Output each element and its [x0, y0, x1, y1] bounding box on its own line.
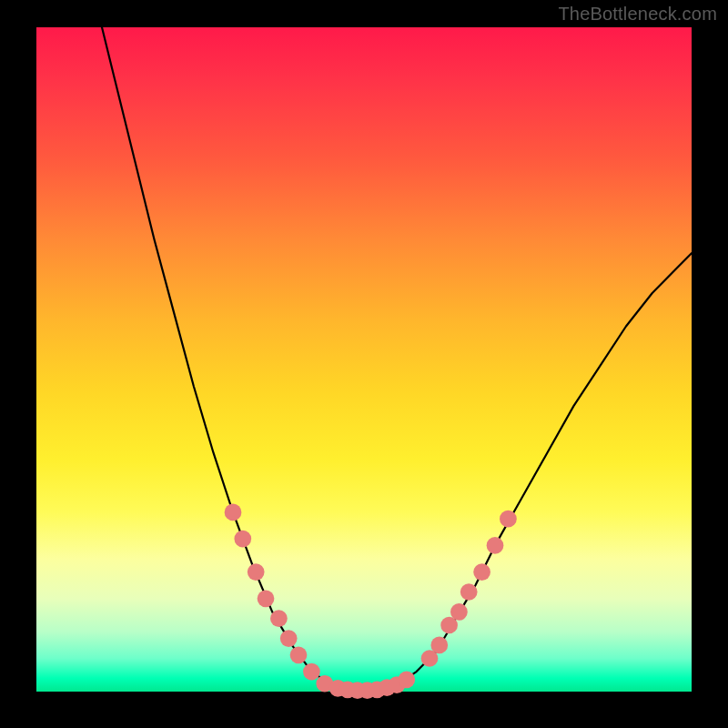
chart-frame: TheBottleneck.com [0, 0, 728, 728]
curve-marker [398, 672, 415, 689]
watermark-text: TheBottleneck.com [558, 4, 717, 25]
curve-marker [500, 511, 517, 528]
plot-area [36, 27, 692, 692]
curve-marker [258, 590, 275, 607]
curve-svg [36, 27, 692, 692]
curve-marker [290, 646, 308, 663]
curve-marker [430, 637, 448, 654]
bottleneck-curve [102, 27, 692, 691]
curve-marker [487, 537, 504, 554]
curve-marker [234, 531, 251, 548]
marker-group [225, 504, 517, 699]
curve-marker [460, 583, 478, 601]
curve-marker [280, 630, 298, 647]
curve-marker [248, 563, 265, 581]
curve-marker [225, 504, 242, 521]
curve-marker [303, 663, 320, 681]
curve-marker [473, 563, 490, 581]
curve-marker [450, 603, 468, 621]
curve-marker [270, 610, 288, 627]
